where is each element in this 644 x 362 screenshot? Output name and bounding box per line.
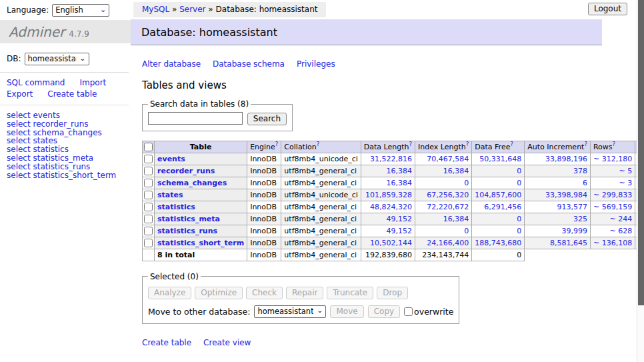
data-length-link[interactable]: 10,502,144 (370, 239, 412, 247)
breadcrumb-item[interactable]: MySQL (142, 5, 169, 14)
index-length-link[interactable]: 0 (464, 179, 469, 187)
table-name-link[interactable]: recorder_runs (157, 167, 215, 175)
data-free-link[interactable]: 50,331,648 (479, 155, 521, 163)
help-link[interactable]: ? (613, 141, 616, 147)
create-link-create-table[interactable]: Create table (142, 338, 191, 347)
sidebar-action-sql-command[interactable]: SQL command (7, 78, 65, 87)
search-button[interactable]: Search (247, 113, 287, 125)
sidebar-item-select-statistics_runs[interactable]: select statistics_runs (7, 163, 124, 171)
column-help[interactable]: ? (317, 141, 320, 147)
help-link[interactable]: ? (466, 141, 469, 147)
sidebar-item-select-statistics_short_term[interactable]: select statistics_short_term (7, 171, 124, 180)
row-checkbox[interactable] (144, 155, 153, 163)
data-free-link[interactable]: 0 (517, 227, 521, 235)
row-checkbox[interactable] (144, 203, 153, 211)
row-checkbox[interactable] (144, 167, 153, 175)
select-all-checkbox[interactable] (144, 143, 153, 151)
data-free-link[interactable]: 188,743,680 (475, 239, 521, 247)
data-length-link[interactable]: 101,859,328 (365, 191, 412, 199)
table-name-link[interactable]: statistics_runs (157, 227, 217, 235)
data-free-link[interactable]: 6,291,456 (484, 203, 521, 211)
data-free-link[interactable]: 0 (517, 167, 521, 175)
table-name-link[interactable]: events (157, 155, 185, 163)
data-free-link[interactable]: 0 (517, 215, 521, 223)
help-link[interactable]: ? (275, 141, 279, 147)
row-checkbox[interactable] (144, 227, 153, 235)
index-length-link[interactable]: 70,467,584 (427, 155, 469, 163)
data-length-link[interactable]: 16,384 (387, 179, 413, 187)
row-checkbox[interactable] (144, 215, 153, 223)
column-help[interactable]: ? (409, 141, 413, 147)
overwrite-checkbox[interactable] (404, 307, 413, 316)
rows-link[interactable]: ~ 244 (609, 215, 632, 223)
sidebar-item-select-events[interactable]: select events (7, 111, 124, 120)
row-checkbox[interactable] (144, 179, 153, 187)
db-link-alter-database[interactable]: Alter database (142, 59, 201, 69)
auto-increment-link[interactable]: 33,898,196 (545, 155, 587, 163)
table-name-link[interactable]: schema_changes (157, 179, 227, 187)
index-length-link[interactable]: 16,384 (443, 167, 469, 175)
table-name-link[interactable]: statistics (157, 203, 195, 211)
data-length-link[interactable]: 31,522,816 (370, 155, 412, 163)
row-checkbox[interactable] (144, 191, 153, 199)
help-link[interactable]: ? (510, 141, 513, 147)
sidebar-action-export[interactable]: Export (7, 89, 33, 99)
scrollbar[interactable] (637, 0, 644, 362)
help-link[interactable]: ? (584, 141, 587, 147)
rows-link[interactable]: ~ 628 (609, 227, 632, 235)
search-input[interactable] (148, 112, 243, 125)
help-link[interactable]: ? (317, 141, 320, 147)
logout-button[interactable]: Logout (588, 3, 627, 15)
rows-link[interactable]: ~ 136,108 (593, 239, 632, 247)
index-length-link[interactable]: 24,166,400 (427, 239, 469, 247)
sidebar-action-create-table[interactable]: Create table (47, 89, 97, 99)
rows-link[interactable]: ~ 569,159 (593, 203, 632, 211)
data-free-link[interactable]: 0 (517, 179, 521, 187)
language-select[interactable]: English (52, 4, 109, 17)
auto-increment-link[interactable]: 8,581,645 (550, 239, 587, 247)
index-length-link[interactable]: 72,220,672 (427, 203, 469, 211)
db-select[interactable]: homeassistant (25, 53, 89, 65)
table-name-link[interactable]: states (157, 191, 183, 199)
data-length-link[interactable]: 16,384 (387, 167, 413, 175)
db-link-privileges[interactable]: Privileges (297, 59, 335, 69)
column-header-auto-increment: Auto Increment? (525, 141, 591, 153)
table-name-link[interactable]: statistics_short_term (157, 239, 244, 247)
index-length-link[interactable]: 0 (464, 227, 469, 235)
data-free-link[interactable]: 104,857,600 (475, 191, 521, 199)
data-length-link[interactable]: 49,152 (387, 215, 413, 223)
scrollbar-thumb[interactable] (638, 0, 644, 305)
adminer-logo-link[interactable]: Adminer (9, 24, 65, 40)
column-help[interactable]: ? (613, 141, 616, 147)
auto-increment-link[interactable]: 378 (573, 167, 587, 175)
rows-link[interactable]: ~ 312,180 (593, 155, 632, 163)
column-help[interactable]: ? (275, 141, 279, 147)
help-link[interactable]: ? (409, 141, 413, 147)
row-checkbox[interactable] (144, 239, 153, 247)
auto-increment-link[interactable]: 39,999 (561, 227, 587, 235)
column-help[interactable]: ? (466, 141, 469, 147)
rows-link[interactable]: ~ 3 (619, 179, 632, 187)
rows-link[interactable]: ~ 299,833 (593, 191, 632, 199)
create-link-create-view[interactable]: Create view (203, 338, 251, 347)
table-name-link[interactable]: statistics_meta (157, 215, 220, 223)
auto-increment-link[interactable]: 6 (583, 179, 587, 187)
rows-link[interactable]: ~ 5 (619, 167, 632, 175)
index-length-link[interactable]: 67,256,320 (427, 191, 469, 199)
data-length-link[interactable]: 49,152 (387, 227, 413, 235)
database-action-links: Alter databaseDatabase schemaPrivileges (142, 59, 637, 69)
sidebar-action-import[interactable]: Import (79, 78, 106, 87)
db-link-database-schema[interactable]: Database schema (213, 59, 285, 69)
column-help[interactable]: ? (584, 141, 587, 147)
index-length-link[interactable]: 16,384 (443, 215, 469, 223)
sidebar-item-select-statistics_meta[interactable]: select statistics_meta (7, 154, 124, 163)
auto-increment-link[interactable]: 325 (573, 215, 587, 223)
auto-increment-link[interactable]: 33,398,984 (545, 191, 587, 199)
data-length-link[interactable]: 48,824,320 (370, 203, 412, 211)
auto-increment-link[interactable]: 913,577 (557, 203, 587, 211)
column-help[interactable]: ? (510, 141, 513, 147)
main-content: MySQL » Server » Database: homeassistant… (131, 0, 637, 362)
breadcrumb-item[interactable]: Server (179, 5, 205, 14)
move-db-select[interactable]: homeassistant (254, 305, 326, 318)
sidebar-item-select-recorder_runs[interactable]: select recorder_runs (7, 120, 124, 129)
